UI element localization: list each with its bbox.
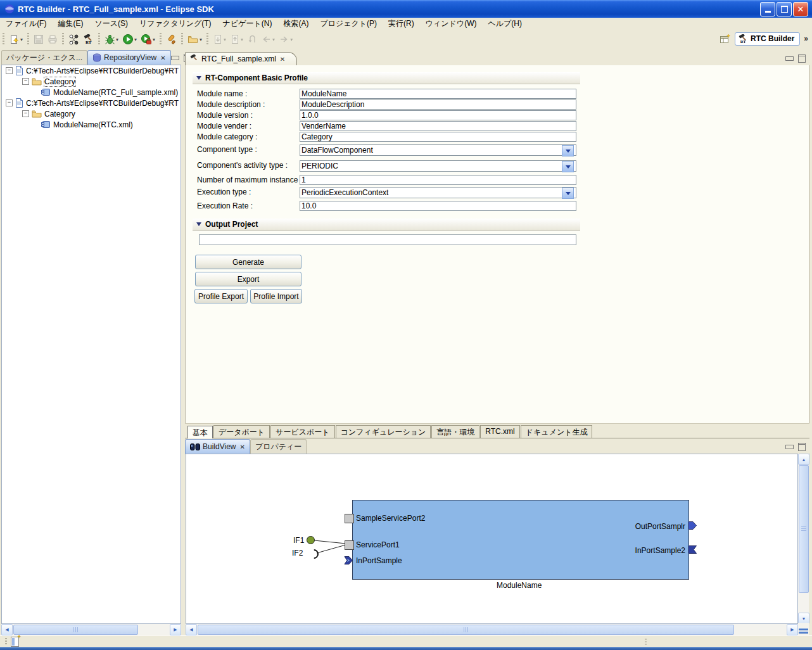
combo-dropdown-button[interactable] xyxy=(562,188,574,199)
menu-source[interactable]: ソース(S) xyxy=(89,18,134,30)
minimize-view-icon[interactable] xyxy=(785,445,794,449)
scrollbar-thumb[interactable] xyxy=(13,625,138,635)
toolbar-grip[interactable] xyxy=(206,33,208,46)
close-button[interactable]: ✕ xyxy=(793,2,808,16)
activity-type-select[interactable]: PERIODIC xyxy=(300,160,576,172)
port-label[interactable]: OutPortSamplr xyxy=(592,522,685,531)
perspective-overflow-chevron[interactable]: » xyxy=(804,34,808,43)
tree-item-label[interactable]: Category xyxy=(44,110,75,118)
minimize-editor-icon[interactable] xyxy=(785,56,794,61)
scroll-left-button[interactable]: ◀ xyxy=(1,624,13,635)
fast-view-icon[interactable]: ✦ xyxy=(11,637,19,647)
forward-button[interactable]: ▾ xyxy=(277,32,294,47)
scroll-left-button[interactable]: ◀ xyxy=(186,624,197,635)
inport-icon[interactable] xyxy=(688,545,697,554)
outport-icon[interactable] xyxy=(688,521,697,530)
scroll-up-button[interactable]: ▲ xyxy=(798,454,809,465)
rt-component-box[interactable] xyxy=(352,500,689,580)
print-button[interactable] xyxy=(46,32,59,47)
max-instance-input[interactable]: 1 xyxy=(300,175,576,185)
buildview-vscrollbar[interactable]: ▲ ▼ xyxy=(798,454,809,624)
scroll-right-button[interactable]: ▶ xyxy=(787,624,798,635)
buildview-canvas[interactable]: SampleServicePort2 ServicePort1 InPortSa… xyxy=(186,454,798,624)
toolbar-grip[interactable] xyxy=(98,33,100,46)
previous-annotation-button[interactable]: ▾ xyxy=(229,32,244,47)
module-name-input[interactable]: ModuleName xyxy=(300,89,576,99)
module-vender-input[interactable]: VenderName xyxy=(300,121,576,131)
module-description-input[interactable]: ModuleDescription xyxy=(300,99,576,110)
rt-builder-button[interactable]: RT xyxy=(82,32,95,47)
port-label[interactable]: ServicePort1 xyxy=(356,540,400,549)
statusbar-grip[interactable] xyxy=(645,639,647,645)
export-button[interactable]: Export xyxy=(195,272,301,286)
port-label[interactable]: InPortSample2 xyxy=(592,546,685,555)
scroll-right-button[interactable]: ▶ xyxy=(170,624,181,635)
menu-navigate[interactable]: ナビゲート(N) xyxy=(217,18,278,30)
menu-file[interactable]: ファイル(F) xyxy=(0,18,52,30)
toolbar-grip[interactable] xyxy=(3,33,4,46)
buildview-hscrollbar[interactable]: ◀ ▶ xyxy=(186,624,798,635)
tab-configuration[interactable]: コンフィギュレーション xyxy=(336,425,431,438)
open-perspective-icon[interactable] xyxy=(720,34,731,44)
tree-item-label[interactable]: ModuleName(RTC.xml) xyxy=(53,120,133,129)
serviceport-icon[interactable] xyxy=(345,540,354,550)
tree-row[interactable]: − Category xyxy=(2,76,181,87)
execution-type-select[interactable]: PeriodicExecutionContext xyxy=(300,187,576,198)
toolbar-grip[interactable] xyxy=(62,33,64,46)
next-annotation-button[interactable]: ▾ xyxy=(212,32,227,47)
editor-tab-rtc-full-sample[interactable]: RTC_Full_sample.xml ✕ xyxy=(185,52,297,65)
module-category-input[interactable]: Category xyxy=(300,132,576,142)
menu-run[interactable]: 実行(R) xyxy=(383,18,420,30)
search-button[interactable] xyxy=(165,32,178,47)
menu-refactor[interactable]: リファクタリング(T) xyxy=(134,18,217,30)
tab-repository-view[interactable]: RepositoryView ✕ xyxy=(87,50,171,65)
toolbar-grip[interactable] xyxy=(27,33,29,46)
port-label[interactable]: InPortSample xyxy=(356,556,402,565)
resize-corner[interactable] xyxy=(798,623,809,635)
run-button[interactable]: ▾ xyxy=(121,32,138,47)
tree-item-label[interactable]: Category xyxy=(44,77,75,86)
debug-button[interactable]: ▾ xyxy=(103,32,120,47)
close-icon[interactable]: ✕ xyxy=(160,54,165,61)
tab-dataport[interactable]: データポート xyxy=(213,425,270,438)
menu-help[interactable]: ヘルプ(H) xyxy=(482,18,528,30)
minimize-view-icon[interactable] xyxy=(171,56,179,60)
tree-row[interactable]: − Category xyxy=(2,108,181,119)
module-version-input[interactable]: 1.0.0 xyxy=(300,110,576,120)
tree-item-label[interactable]: ModuleName(RTC_Full_sample.xml) xyxy=(53,88,178,97)
tab-document-gen[interactable]: ドキュメント生成 xyxy=(521,425,593,438)
tab-rtcxml[interactable]: RTC.xml xyxy=(480,425,519,438)
collapse-toggle-icon[interactable]: − xyxy=(6,67,13,74)
last-edit-location-button[interactable] xyxy=(246,32,258,47)
generate-button[interactable]: Generate xyxy=(195,255,301,269)
output-project-input[interactable] xyxy=(199,234,576,245)
combo-dropdown-button[interactable] xyxy=(562,145,574,156)
port-label[interactable]: SampleServicePort2 xyxy=(356,514,425,523)
menu-window[interactable]: ウィンドウ(W) xyxy=(420,18,483,30)
collapse-toggle-icon[interactable]: − xyxy=(6,99,13,106)
restore-button[interactable] xyxy=(777,2,792,16)
run-external-button[interactable]: ▾ xyxy=(139,32,156,47)
close-icon[interactable]: ✕ xyxy=(239,443,244,450)
tree-item-label[interactable]: C:¥Tech-Arts¥Eclipse¥RTCBuilderDebug¥RT xyxy=(26,67,179,75)
toolbar-grip[interactable] xyxy=(160,33,162,46)
inport-icon[interactable] xyxy=(344,556,353,565)
section-output-project[interactable]: Output Project xyxy=(193,219,580,231)
tab-basic[interactable]: 基本 xyxy=(187,426,213,438)
statusbar-grip[interactable] xyxy=(5,638,7,646)
tree-row[interactable]: − C:¥Tech-Arts¥Eclipse¥RTCBuilderDebug¥R… xyxy=(2,65,181,76)
scrollbar-thumb[interactable] xyxy=(198,625,734,635)
maximize-view-icon[interactable] xyxy=(798,443,806,451)
save-button[interactable] xyxy=(32,32,45,47)
left-panel-hscrollbar[interactable]: ◀ ▶ xyxy=(1,624,181,635)
rtc-wizard-button[interactable] xyxy=(67,32,80,47)
tab-serviceport[interactable]: サービスポート xyxy=(270,425,334,438)
combo-dropdown-button[interactable] xyxy=(562,161,574,172)
back-button[interactable]: ▾ xyxy=(260,32,276,47)
tree-row[interactable]: ModuleName(RTC_Full_sample.xml) xyxy=(2,87,181,98)
profile-export-button[interactable]: Profile Export xyxy=(194,289,248,303)
profile-import-button[interactable]: Profile Import xyxy=(250,289,302,303)
execution-rate-input[interactable]: 10.0 xyxy=(300,201,576,211)
tab-package-explorer[interactable]: パッケージ・エクス... xyxy=(1,50,87,65)
tree-row[interactable]: − C:¥Tech-Arts¥Eclipse¥RTCBuilderDebug¥R… xyxy=(2,98,181,108)
